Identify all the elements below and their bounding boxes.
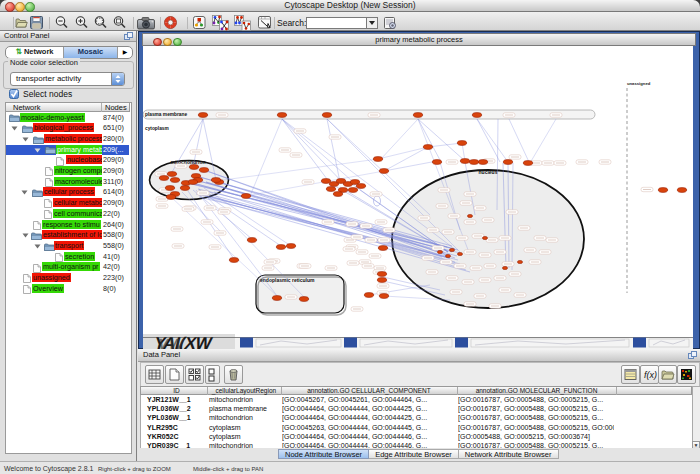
svg-text:endoplasmic reticulum: endoplasmic reticulum	[260, 277, 315, 283]
svg-text:plasma membrane: plasma membrane	[145, 112, 187, 117]
svg-text:nucleus: nucleus	[479, 169, 498, 175]
svg-text:Search:: Search:	[277, 18, 306, 28]
svg-text:VW: VW	[156, 335, 186, 349]
svg-text:mitochondrion: mitochondrion	[171, 159, 206, 165]
svg-text:cytoplasm: cytoplasm	[145, 126, 169, 131]
svg-text:unassigned: unassigned	[627, 81, 651, 86]
svg-text:f(x): f(x)	[644, 370, 657, 380]
